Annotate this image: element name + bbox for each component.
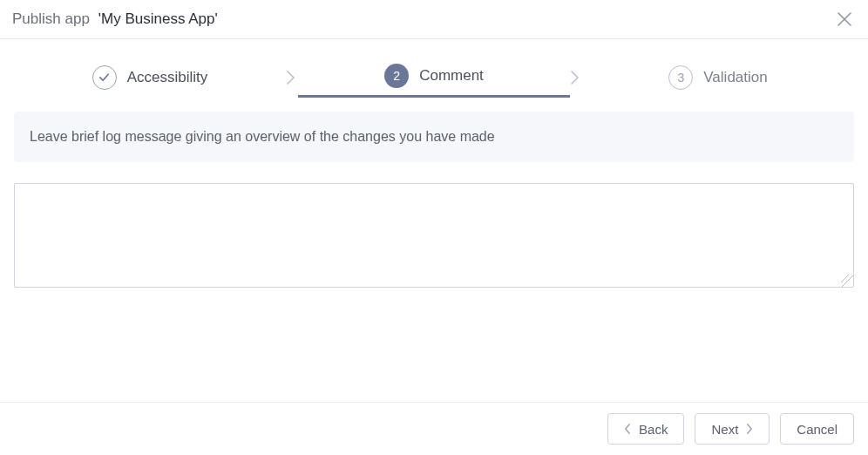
header-title-group: Publish app 'My Business App' — [12, 10, 218, 28]
cancel-button-label: Cancel — [797, 422, 837, 437]
step-comment[interactable]: 2 Comment — [298, 57, 570, 98]
chevron-left-icon — [624, 423, 632, 435]
step-validation[interactable]: 3 Validation — [582, 58, 854, 97]
step-accessibility[interactable]: Accessibility — [14, 58, 286, 97]
info-banner: Leave brief log message giving an overvi… — [14, 112, 854, 162]
comment-textarea[interactable] — [14, 183, 854, 288]
next-button-label: Next — [711, 422, 738, 437]
chevron-right-icon — [286, 69, 298, 86]
header-app-name: 'My Business App' — [98, 10, 218, 28]
close-icon[interactable] — [837, 11, 852, 27]
info-banner-text: Leave brief log message giving an overvi… — [30, 129, 495, 144]
step-label: Accessibility — [127, 69, 208, 86]
cancel-button[interactable]: Cancel — [780, 413, 854, 445]
back-button-label: Back — [639, 422, 668, 437]
dialog-content: Accessibility 2 Comment 3 Validation Lea… — [0, 39, 868, 291]
step-done-icon — [92, 65, 117, 90]
stepper: Accessibility 2 Comment 3 Validation — [14, 57, 854, 98]
dialog-header: Publish app 'My Business App' — [0, 0, 868, 39]
step-number-badge: 2 — [384, 64, 409, 88]
back-button[interactable]: Back — [607, 413, 684, 445]
dialog-footer: Back Next Cancel — [0, 402, 868, 455]
chevron-right-icon — [570, 69, 582, 86]
chevron-right-icon — [745, 423, 753, 435]
next-button[interactable]: Next — [695, 413, 770, 445]
step-label: Comment — [419, 67, 484, 85]
step-number-badge: 3 — [668, 65, 693, 90]
step-label: Validation — [703, 69, 767, 86]
header-title: Publish app — [12, 10, 90, 28]
